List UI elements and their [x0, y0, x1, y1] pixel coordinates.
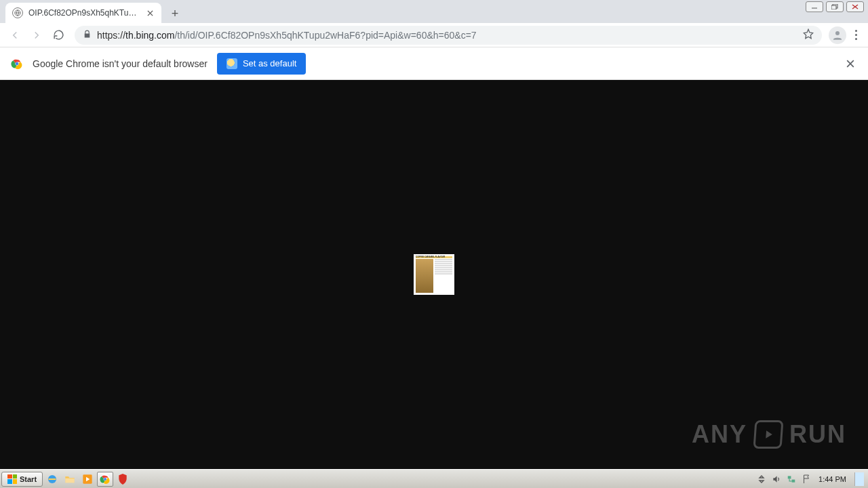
- svg-rect-3: [831, 5, 836, 9]
- windows-taskbar: Start 1:44 PM: [0, 469, 868, 488]
- taskbar-media-icon[interactable]: [79, 472, 96, 487]
- taskbar-ie-icon[interactable]: [44, 472, 60, 487]
- taskbar-chrome-icon[interactable]: [97, 472, 113, 487]
- show-desktop-button[interactable]: [854, 472, 864, 486]
- svg-point-10: [104, 478, 106, 481]
- svg-rect-12: [792, 479, 795, 482]
- bookmark-star-icon[interactable]: [803, 28, 814, 41]
- anyrun-watermark: ANY RUN: [692, 420, 846, 449]
- start-label: Start: [20, 475, 37, 483]
- close-infobar-icon[interactable]: [844, 57, 857, 70]
- address-bar[interactable]: https://th.bing.com/th/id/OIP.6Cf82OPn9s…: [75, 26, 822, 45]
- play-icon: [753, 420, 784, 449]
- url-text: https://th.bing.com/th/id/OIP.6Cf82OPn9s…: [97, 30, 477, 41]
- new-tab-button[interactable]: +: [165, 4, 184, 23]
- tray-network-icon[interactable]: [786, 474, 797, 485]
- tab-strip: OIP.6Cf82OPn9sXh5qhKTupu2wHaF... +: [0, 0, 868, 23]
- svg-rect-11: [788, 476, 791, 479]
- chrome-icon: [11, 58, 23, 70]
- loaded-image-thumbnail: COFFEE CARAMEL FLAVOUR: [414, 254, 454, 295]
- taskbar-explorer-icon[interactable]: [62, 472, 78, 487]
- svg-point-6: [16, 62, 19, 65]
- shield-icon: [226, 58, 237, 69]
- back-button[interactable]: [5, 26, 24, 45]
- default-browser-infobar: Google Chrome isn't your default browser…: [0, 47, 868, 80]
- tray-flag-icon[interactable]: [801, 474, 812, 485]
- windows-logo-icon: [7, 474, 17, 484]
- tray-expand-icon[interactable]: [756, 474, 767, 485]
- watermark-left: ANY: [692, 420, 747, 449]
- watermark-right: RUN: [789, 420, 846, 449]
- taskbar-shield-icon[interactable]: [115, 472, 131, 487]
- url-path: /th/id/OIP.6Cf82OPn9sXh5qhKTupu2wHaF6?pi…: [174, 30, 476, 41]
- start-button[interactable]: Start: [1, 472, 43, 487]
- lock-icon: [83, 30, 92, 41]
- set-default-button[interactable]: Set as default: [217, 53, 307, 75]
- maximize-button[interactable]: [826, 1, 844, 12]
- page-content: COFFEE CARAMEL FLAVOUR ANY RUN: [0, 80, 868, 469]
- globe-icon: [12, 7, 23, 18]
- svg-point-4: [835, 31, 840, 35]
- minimize-button[interactable]: [806, 1, 823, 12]
- taskbar-clock[interactable]: 1:44 PM: [816, 475, 849, 483]
- profile-avatar[interactable]: [829, 26, 846, 44]
- tab-title: OIP.6Cf82OPn9sXh5qhKTupu2wHaF...: [28, 8, 140, 18]
- window-controls: [806, 1, 864, 12]
- browser-tab[interactable]: OIP.6Cf82OPn9sXh5qhKTupu2wHaF...: [5, 3, 161, 23]
- forward-button[interactable]: [27, 26, 46, 45]
- url-host: th.bing.com: [125, 30, 174, 41]
- system-tray: 1:44 PM: [756, 472, 867, 486]
- close-tab-icon[interactable]: [145, 8, 155, 18]
- tray-volume-icon[interactable]: [771, 474, 782, 485]
- reload-button[interactable]: [49, 26, 68, 45]
- set-default-label: Set as default: [243, 58, 297, 68]
- infobar-message: Google Chrome isn't your default browser: [33, 58, 208, 69]
- browser-toolbar: https://th.bing.com/th/id/OIP.6Cf82OPn9s…: [0, 23, 868, 47]
- chrome-menu-button[interactable]: [849, 30, 863, 40]
- close-window-button[interactable]: [846, 1, 864, 12]
